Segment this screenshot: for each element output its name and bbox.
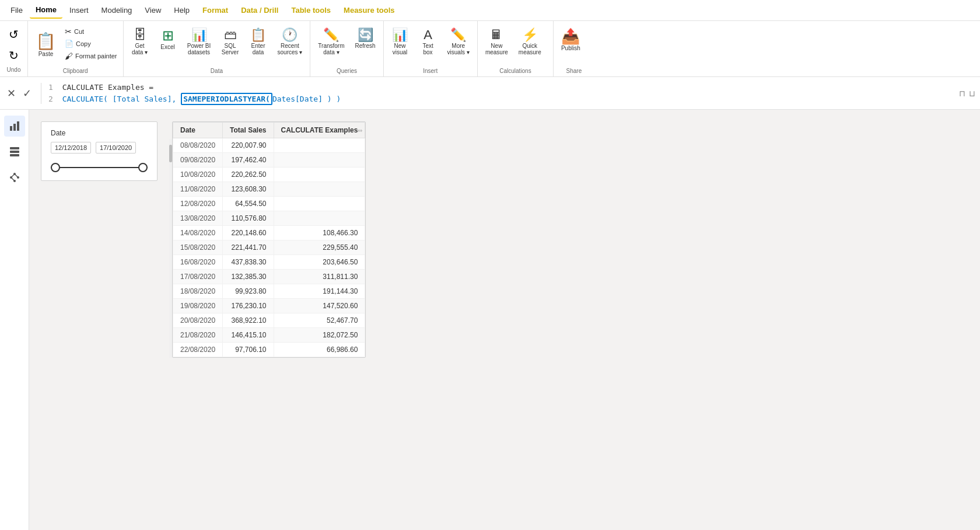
cell-sales: 99,923.80 xyxy=(223,284,274,299)
quick-measure-button[interactable]: ⚡ Quickmeasure xyxy=(514,26,545,58)
redo-button[interactable]: ↻ xyxy=(5,46,23,65)
new-measure-button[interactable]: 🖩 Newmeasure xyxy=(481,26,512,58)
cell-calc: 108,466.30 xyxy=(274,226,365,240)
col-header-sales[interactable]: Total Sales xyxy=(223,123,274,138)
cell-date: 17/08/2020 xyxy=(173,270,223,284)
formula-confirm-button[interactable]: ✓ xyxy=(20,86,34,101)
new-visual-label: Newvisual xyxy=(393,43,408,55)
menu-data-drill[interactable]: Data / Drill xyxy=(235,2,284,18)
cell-sales: 97,706.10 xyxy=(223,343,274,357)
svg-rect-4 xyxy=(10,151,19,153)
calculations-group-label: Calculations xyxy=(481,68,550,74)
menu-insert[interactable]: Insert xyxy=(64,2,94,18)
format-painter-label: Format painter xyxy=(75,53,117,60)
menu-file[interactable]: File xyxy=(5,2,29,18)
formula-highlight: SAMEPERIODLASTYEAR( xyxy=(181,93,272,105)
cell-calc: 147,520.60 xyxy=(274,299,365,313)
quick-measure-label: Quickmeasure xyxy=(519,43,541,55)
slider-handle-left[interactable] xyxy=(51,163,60,172)
menu-table-tools[interactable]: Table tools xyxy=(285,2,337,18)
left-sidebar xyxy=(0,110,29,530)
publish-button[interactable]: 📤 Publish xyxy=(557,26,584,54)
cell-calc xyxy=(274,168,365,182)
formula-line2-post: Dates[Date] ) ) xyxy=(272,95,341,103)
menu-modeling[interactable]: Modeling xyxy=(96,2,138,18)
format-painter-icon: 🖌 xyxy=(65,51,73,61)
table-row: 08/08/2020220,007.90 xyxy=(173,138,365,153)
slicer-date-from[interactable]: 12/12/2018 xyxy=(51,142,91,154)
get-data-button[interactable]: 🗄 Getdata ▾ xyxy=(127,26,153,58)
table-row: 18/08/202099,923.80191,144.30 xyxy=(173,284,365,299)
table-row: 14/08/2020220,148.60108,466.30 xyxy=(173,226,365,240)
menu-format[interactable]: Format xyxy=(197,2,234,18)
refresh-button[interactable]: 🔄 Refresh xyxy=(351,26,380,52)
svg-rect-3 xyxy=(10,147,19,149)
enter-data-icon: 📋 xyxy=(250,29,266,41)
menu-measure-tools[interactable]: Measure tools xyxy=(338,2,400,18)
sidebar-data-icon[interactable] xyxy=(4,141,25,162)
slicer-date-to[interactable]: 17/10/2020 xyxy=(96,142,136,154)
formula-resize-icon-2[interactable]: ⊔ xyxy=(969,89,975,98)
cell-sales: 220,262.50 xyxy=(223,168,274,182)
cell-sales: 197,462.40 xyxy=(223,153,274,168)
slicer-dates: 12/12/2018 17/10/2020 xyxy=(51,142,148,154)
sql-label: SQLServer xyxy=(222,43,239,55)
formula-cancel-button[interactable]: ✕ xyxy=(5,86,18,101)
formula-resize-icon-1[interactable]: ⊓ xyxy=(959,89,965,98)
queries-group-label: Queries xyxy=(314,68,379,74)
cell-date: 08/08/2020 xyxy=(173,138,223,153)
menu-help[interactable]: Help xyxy=(168,2,195,18)
cell-date: 11/08/2020 xyxy=(173,182,223,197)
recent-sources-button[interactable]: 🕐 Recentsources ▾ xyxy=(274,26,307,58)
undo-icon: ↺ xyxy=(9,27,19,41)
menu-home[interactable]: Home xyxy=(30,2,62,19)
cell-date: 09/08/2020 xyxy=(173,153,223,168)
cell-calc: 311,811.30 xyxy=(274,270,365,284)
table-row: 16/08/2020437,838.30203,646.50 xyxy=(173,255,365,270)
cell-date: 15/08/2020 xyxy=(173,240,223,255)
svg-line-11 xyxy=(15,174,18,177)
cut-button[interactable]: ✂ Cut xyxy=(62,26,120,37)
refresh-label: Refresh xyxy=(355,43,376,49)
menu-view[interactable]: View xyxy=(139,2,167,18)
transform-data-button[interactable]: ✏️ Transformdata ▾ xyxy=(314,26,348,58)
sidebar-report-icon[interactable] xyxy=(4,116,25,137)
sidebar-model-icon[interactable] xyxy=(4,167,25,188)
line-num-1: 1 xyxy=(48,83,53,92)
publish-label: Publish xyxy=(561,45,580,51)
data-table: Date Total Sales CALCULATE Examples 08/0… xyxy=(173,122,365,357)
col-header-calc[interactable]: CALCULATE Examples xyxy=(274,123,365,138)
format-painter-button[interactable]: 🖌 Format painter xyxy=(62,50,120,62)
power-bi-icon: 📊 xyxy=(191,29,207,41)
table-row: 10/08/2020220,262.50 xyxy=(173,168,365,182)
svg-line-12 xyxy=(11,177,15,181)
new-visual-button[interactable]: 📊 Newvisual xyxy=(387,26,413,58)
refresh-icon: 🔄 xyxy=(358,29,373,41)
get-data-label: Getdata ▾ xyxy=(132,43,148,55)
quick-measure-icon: ⚡ xyxy=(522,29,538,41)
copy-icon: 📄 xyxy=(65,40,74,48)
formula-line2-pre: CALCULATE( [Total Sales], xyxy=(62,95,181,103)
undo-button[interactable]: ↺ xyxy=(5,25,23,44)
more-visuals-button[interactable]: ✏️ Morevisuals ▾ xyxy=(443,26,474,58)
cell-calc: 191,144.30 xyxy=(274,284,365,299)
more-visuals-icon: ✏️ xyxy=(450,29,466,41)
excel-icon: ⊞ xyxy=(162,29,174,43)
paste-button[interactable]: 📋 Paste xyxy=(32,23,60,67)
slicer-slider[interactable] xyxy=(51,162,148,173)
copy-button[interactable]: 📄 Copy xyxy=(62,39,120,49)
cell-date: 13/08/2020 xyxy=(173,211,223,226)
table-row: 20/08/2020368,922.1052,467.70 xyxy=(173,313,365,328)
cell-sales: 64,554.50 xyxy=(223,197,274,211)
enter-data-button[interactable]: 📋 Enterdata xyxy=(246,26,271,58)
slider-handle-right[interactable] xyxy=(138,163,148,172)
cell-sales: 176,230.10 xyxy=(223,299,274,313)
date-slicer: Date 12/12/2018 17/10/2020 xyxy=(41,121,158,181)
text-box-button[interactable]: A Textbox xyxy=(415,26,441,58)
data-group-label: Data xyxy=(127,68,307,74)
sql-server-button[interactable]: 🗃 SQLServer xyxy=(218,26,243,58)
power-bi-datasets-button[interactable]: 📊 Power BIdatasets xyxy=(183,26,215,58)
col-header-date[interactable]: Date xyxy=(173,123,223,138)
formula-text[interactable]: 1 CALCULATE Examples = 2 CALCULATE( [Tot… xyxy=(48,82,954,104)
excel-button[interactable]: ⊞ Excel xyxy=(155,26,181,53)
